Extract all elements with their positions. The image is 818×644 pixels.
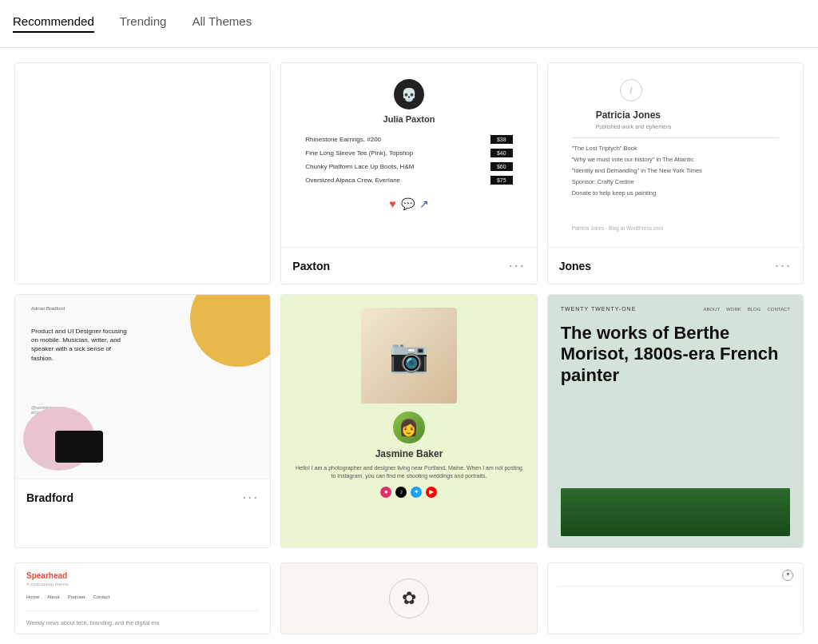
theme-footer-twentyone: Twenty Twenty-One ··· [548,547,803,548]
jones-link-3: "Identity and Demanding" in The New York… [572,167,779,174]
share-icon: ↗ [419,197,429,210]
paxton-social-icons: ♥ 💬 ↗ [389,197,428,210]
theme-card-paxton: 💀 Julia Paxton Rhinestone Earrings, #200… [280,62,537,284]
spearhead-nav-4: Contact [93,594,109,599]
theme-preview-twentyone: TWENTY TWENTY-ONE ABOUT WORK BLOG CONTAC… [548,295,803,547]
jones-subtitle: Published work and ephemera [596,124,672,129]
tiktok-icon: ♪ [395,487,407,498]
theme-footer: Blank Canvas ··· [15,284,270,284]
theme-card-twentyone: TWENTY TWENTY-ONE ABOUT WORK BLOG CONTAC… [547,294,804,548]
theme-footer-jones: Jones ··· [548,247,803,284]
theme-name-paxton: Paxton [292,260,330,272]
paxton-product-3: Chunky Platform Lace Up Boots, H&M [305,163,414,170]
twentyone-menu: ABOUT WORK BLOG CONTACT [703,307,790,312]
twentyone-menu-item-2: WORK [726,307,741,312]
spearhead-nav: Home About Podcast Contact [26,594,259,599]
theme-name-bradford: Bradford [26,491,73,504]
theme-card-baker: 📷 👩 Jasmine Baker Hello! I am a photogra… [280,294,537,548]
theme-footer-baker: Baker ··· [281,547,536,548]
paxton-author: Julia Paxton [383,114,435,124]
bradford-author-label: Adrian Bradford [31,306,65,311]
theme-more-jones[interactable]: ··· [775,257,792,274]
baker-social-icons: ● ♪ ✦ ▶ [380,487,437,498]
jones-icon: / [620,79,642,101]
theme-preview-blank-canvas [15,63,270,284]
twitter-icon: ✦ [411,487,422,498]
twentyone-menu-item-3: BLOG [748,307,761,312]
instagram-icon: ● [380,487,391,498]
bradford-bio: Product and UI Designer focusing on mobi… [31,327,127,363]
bradford-blob-yellow [190,295,270,367]
themes-grid: Blank Canvas ··· 💀 Julia Paxton Rhinesto… [0,48,818,563]
twentyone-menu-item-4: CONTACT [767,307,790,312]
spearhead-divider [26,610,259,611]
jones-author: Patricia Jones [596,109,661,121]
paxton-price-3: $60 [490,162,513,171]
jones-link-2: "Why we must vote our history" in The At… [572,156,779,163]
tab-recommended[interactable]: Recommended [13,14,94,33]
theme-footer-bradford: Bradford ··· [15,479,270,515]
tab-trending[interactable]: Trending [120,14,167,33]
spearhead-tagline: A podcasting theme [26,582,259,586]
theme-preview-baker: 📷 👩 Jasmine Baker Hello! I am a photogra… [281,295,536,547]
paxton-price-2: $40 [490,149,513,157]
spearhead-body-text: Weekly news about tech, branding, and th… [26,619,259,628]
tree-silhouette [561,488,790,536]
twentytwenty-nav-group: ⚬ [761,570,793,581]
jones-link-5: Donate to help keep us painting [572,189,779,197]
twentyone-hero-image [561,488,790,536]
jones-footer-link: Patricia Jones · Blog at WordPress.com [572,225,779,231]
paxton-row-4: Oversized Alpaca Crew, Everlane $75 [305,176,512,185]
twentyone-menu-item-1: ABOUT [703,307,720,312]
theme-preview-paxton: 💀 Julia Paxton Rhinestone Earrings, #200… [281,63,536,247]
baker-author-name: Jasmine Baker [375,448,443,459]
partial-themes-row: Spearhead A podcasting theme Home About … [0,563,818,644]
paxton-price-4: $75 [490,176,513,185]
twentyone-site-title: TWENTY TWENTY-ONE [561,306,637,312]
theme-card-botanical-partial: ✿ [280,563,537,634]
navigation-tabs: Recommended Trending All Themes [0,0,818,48]
twentyone-nav: TWENTY TWENTY-ONE ABOUT WORK BLOG CONTAC… [561,306,790,312]
theme-card-bradford: Adrian Bradford Product and UI Designer … [14,294,271,548]
paxton-product-2: Fine Long Sleeve Tee (Pink), Topshop [305,149,413,157]
twentytwenty-header: ⚬ [558,570,793,581]
paxton-price-1: $38 [490,135,513,144]
theme-name-jones: Jones [559,260,591,272]
theme-card-jones: / Patricia Jones Published work and ephe… [547,62,804,284]
paxton-row-1: Rhinestone Earrings, #200 $38 [305,135,512,144]
theme-preview-bradford: Adrian Bradford Product and UI Designer … [15,295,270,479]
theme-card-blank-canvas: Blank Canvas ··· [14,62,271,284]
theme-preview-spearhead: Spearhead A podcasting theme Home About … [15,563,270,634]
spearhead-logo: Spearhead [26,571,259,580]
theme-card-twentytwenty-partial: ⚬ [547,563,804,634]
paxton-product-1: Rhinestone Earrings, #200 [305,136,381,143]
twentyone-main-heading: The works of Berthe Morisot, 1800s-era F… [561,323,790,480]
jones-link-4: Sponsor: Crafty Creline [572,178,779,185]
spearhead-nav-2: About [47,594,60,599]
paxton-row-3: Chunky Platform Lace Up Boots, H&M $60 [305,162,512,171]
paxton-row-2: Fine Long Sleeve Tee (Pink), Topshop $40 [305,149,512,157]
theme-preview-jones: / Patricia Jones Published work and ephe… [548,63,803,247]
theme-card-spearhead-partial: Spearhead A podcasting theme Home About … [14,563,271,634]
bradford-dark-card [55,431,103,463]
baker-camera-image: 📷 [361,308,457,403]
theme-footer-paxton: Paxton ··· [281,247,536,284]
search-icon[interactable]: ⚬ [782,570,793,581]
paxton-avatar: 💀 [394,79,424,109]
heart-icon: ♥ [389,197,395,210]
spearhead-nav-1: Home [26,594,39,599]
baker-profile-photo: 👩 [393,411,425,443]
baker-bio-text: Hello! I am a photographer and designer … [294,464,523,480]
tab-all-themes[interactable]: All Themes [192,14,252,33]
spearhead-nav-3: Podcast [68,594,85,599]
youtube-icon: ▶ [426,487,437,498]
paxton-product-4: Oversized Alpaca Crew, Everlane [305,177,400,184]
jones-link-1: "The Lost Triptych" Book [572,145,779,152]
theme-more-bradford[interactable]: ··· [242,489,259,506]
theme-more-paxton[interactable]: ··· [509,257,526,274]
comment-icon: 💬 [401,197,415,210]
botanical-circle-icon: ✿ [389,578,429,618]
twentytwenty-divider [558,586,793,586]
jones-divider [572,137,779,138]
